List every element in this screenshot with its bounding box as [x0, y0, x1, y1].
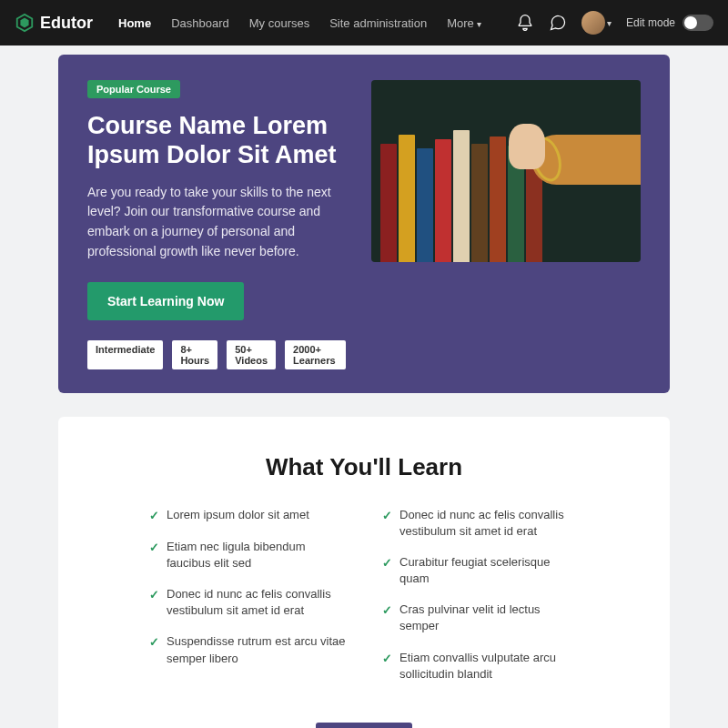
stat-hours: 8+ Hours: [172, 340, 217, 369]
what-youll-learn: What You'll Learn ✓Lorem ipsum dolor sit…: [58, 417, 670, 728]
learn-heading: What You'll Learn: [149, 453, 579, 481]
user-menu[interactable]: ▾: [581, 11, 612, 35]
list-item: ✓Cras pulvinar velit id lectus semper: [382, 602, 579, 634]
hero-content: Popular Course Course Name Lorem Ipsum D…: [87, 80, 346, 369]
learn-column-left: ✓Lorem ipsum dolor sit amet ✓Etiam nec l…: [149, 507, 346, 698]
check-icon: ✓: [149, 587, 159, 619]
chevron-down-icon: ▾: [477, 19, 481, 29]
nav-dashboard[interactable]: Dashboard: [171, 16, 229, 30]
nav-home[interactable]: Home: [118, 16, 151, 30]
list-item: ✓Suspendisse rutrum est arcu vitae sempe…: [149, 633, 346, 666]
hero: Popular Course Course Name Lorem Ipsum D…: [58, 55, 670, 393]
join-now-button[interactable]: Join Now: [316, 723, 412, 728]
check-icon: ✓: [149, 634, 159, 666]
nav-site-administration[interactable]: Site administration: [329, 16, 427, 30]
list-item: ✓Etiam convallis vulputate arcu sollicit…: [382, 650, 579, 682]
nav-more[interactable]: More ▾: [447, 16, 481, 30]
learn-grid: ✓Lorem ipsum dolor sit amet ✓Etiam nec l…: [149, 507, 579, 698]
topbar: Edutor Home Dashboard My courses Site ad…: [0, 0, 728, 46]
course-description: Are you ready to take your skills to the…: [87, 183, 346, 262]
stat-level: Intermediate: [87, 340, 163, 369]
list-item: ✓Etiam nec ligula bibendum faucibus elit…: [149, 539, 346, 571]
check-icon: ✓: [382, 555, 392, 587]
nav-my-courses[interactable]: My courses: [249, 16, 309, 30]
brand-logo[interactable]: Edutor: [15, 13, 93, 33]
list-item: ✓Donec id nunc ac felis convallis vestib…: [149, 586, 346, 619]
check-icon: ✓: [149, 508, 159, 524]
edit-mode-control: Edit mode: [626, 15, 713, 31]
chevron-down-icon: ▾: [607, 18, 612, 28]
course-title: Course Name Lorem Ipsum Dolor Sit Amet: [87, 111, 346, 170]
course-badge: Popular Course: [87, 80, 180, 98]
page-container: Popular Course Course Name Lorem Ipsum D…: [0, 46, 728, 728]
topbar-right: ▾ Edit mode: [516, 11, 713, 35]
start-learning-button[interactable]: Start Learning Now: [87, 282, 244, 320]
check-icon: ✓: [382, 508, 392, 540]
course-stats: Intermediate 8+ Hours 50+ Videos 2000+ L…: [87, 340, 346, 369]
edit-mode-label: Edit mode: [626, 16, 675, 29]
check-icon: ✓: [382, 651, 392, 682]
check-icon: ✓: [382, 602, 392, 634]
edit-mode-toggle[interactable]: [682, 15, 713, 31]
avatar: [581, 11, 605, 35]
logo-icon: [15, 13, 35, 33]
learn-column-right: ✓Donec id nunc ac felis convallis vestib…: [382, 507, 579, 698]
list-item: ✓Curabitur feugiat scelerisque quam: [382, 554, 579, 587]
messages-icon[interactable]: [549, 14, 567, 32]
stat-videos: 50+ Videos: [227, 340, 276, 369]
stat-learners: 2000+ Learners: [285, 340, 346, 369]
brand-name: Edutor: [40, 14, 93, 33]
list-item: ✓Donec id nunc ac felis convallis vestib…: [382, 507, 579, 540]
main-nav: Home Dashboard My courses Site administr…: [118, 16, 481, 30]
list-item: ✓Lorem ipsum dolor sit amet: [149, 507, 346, 524]
hero-image: [371, 80, 641, 262]
check-icon: ✓: [149, 540, 159, 571]
svg-marker-1: [20, 18, 28, 28]
notifications-icon[interactable]: [516, 14, 534, 32]
